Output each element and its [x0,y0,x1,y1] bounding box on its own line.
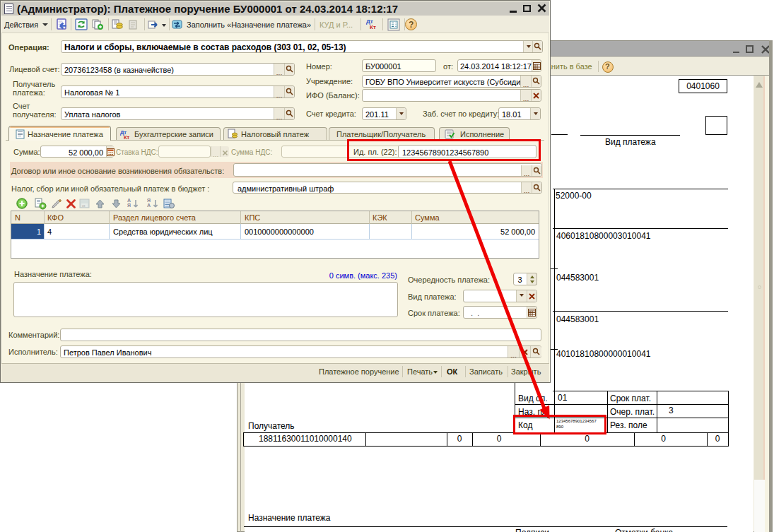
svg-text:ок: ок [82,204,86,208]
